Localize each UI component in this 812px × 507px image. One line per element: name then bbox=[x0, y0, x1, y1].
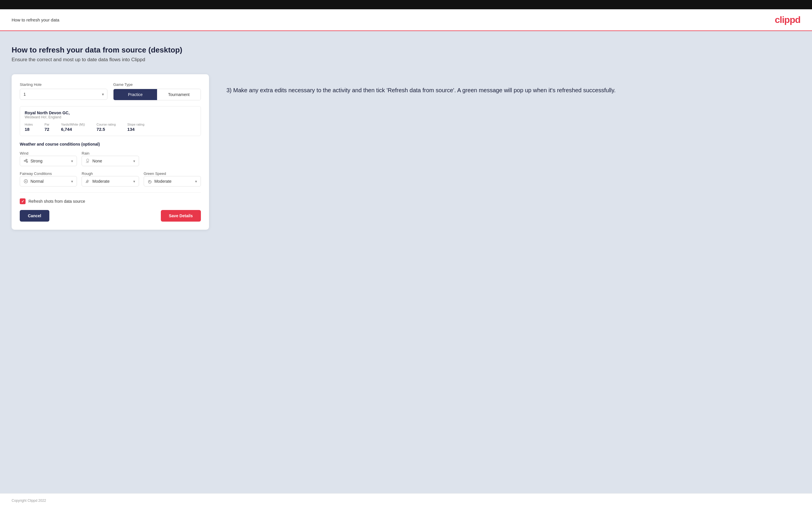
divider bbox=[20, 192, 201, 192]
wind-icon bbox=[23, 159, 28, 163]
tournament-button[interactable]: Tournament bbox=[157, 89, 201, 100]
header: How to refresh your data clippd bbox=[0, 9, 812, 31]
main-content: How to refresh your data from source (de… bbox=[0, 31, 812, 493]
rain-chevron-icon: ▾ bbox=[133, 159, 135, 163]
course-stat-course-rating: Course rating 72.5 bbox=[97, 123, 116, 132]
green-speed-select[interactable]: Moderate ▾ bbox=[144, 176, 201, 186]
wind-rain-row: Wind Strong ▾ Rain bbox=[20, 151, 201, 166]
starting-hole-label: Starting Hole bbox=[20, 82, 107, 87]
green-speed-col: Green Speed Moderate ▾ bbox=[144, 171, 201, 186]
course-stat-holes: Holes 18 bbox=[25, 123, 33, 132]
footer-copyright: Copyright Clippd 2022 bbox=[12, 499, 46, 503]
practice-button[interactable]: Practice bbox=[113, 89, 157, 100]
course-stat-par: Par 72 bbox=[44, 123, 49, 132]
rough-icon bbox=[85, 179, 90, 184]
green-speed-value: Moderate bbox=[154, 179, 171, 184]
rain-value: None bbox=[92, 159, 102, 163]
page-heading: How to refresh your data from source (de… bbox=[12, 46, 800, 55]
slope-label: Slope rating bbox=[128, 123, 145, 126]
game-type-group: Game Type Practice Tournament bbox=[113, 82, 201, 100]
starting-hole-wrapper[interactable]: 1 10 bbox=[20, 89, 107, 100]
svg-point-2 bbox=[25, 181, 27, 182]
rain-icon bbox=[85, 159, 90, 163]
fairway-select[interactable]: Normal ▾ bbox=[20, 176, 77, 186]
rough-select[interactable]: Moderate ▾ bbox=[82, 176, 139, 186]
svg-point-0 bbox=[87, 159, 89, 161]
action-row: Cancel Save Details bbox=[20, 210, 201, 222]
rough-col: Rough Moderate ▾ bbox=[82, 171, 139, 186]
fairway-icon bbox=[23, 179, 28, 184]
wind-chevron-icon: ▾ bbox=[71, 159, 73, 163]
sidebar-description: 3) Make any extra edits necessary to the… bbox=[226, 86, 800, 95]
course-rating-value: 72.5 bbox=[97, 127, 116, 132]
rain-select[interactable]: None ▾ bbox=[82, 156, 139, 166]
rough-label: Rough bbox=[82, 171, 93, 176]
par-value: 72 bbox=[44, 127, 49, 132]
footer: Copyright Clippd 2022 bbox=[0, 493, 812, 507]
course-name: Royal North Devon GC, bbox=[25, 111, 196, 115]
logo: clippd bbox=[775, 14, 800, 25]
sidebar-text: 3) Make any extra edits necessary to the… bbox=[226, 74, 800, 95]
top-form-row: Starting Hole 1 10 Game Type Practice To… bbox=[20, 82, 201, 100]
rain-col: Rain None ▾ bbox=[82, 151, 139, 166]
refresh-checkbox-row[interactable]: ✓ Refresh shots from data source bbox=[20, 199, 201, 204]
page-subheading: Ensure the correct and most up to date d… bbox=[12, 57, 800, 63]
cancel-button[interactable]: Cancel bbox=[20, 210, 49, 222]
content-area: Starting Hole 1 10 Game Type Practice To… bbox=[12, 74, 800, 230]
rough-chevron-icon: ▾ bbox=[133, 179, 135, 184]
wind-label: Wind bbox=[20, 151, 29, 156]
wind-value: Strong bbox=[31, 159, 42, 163]
weather-section-title: Weather and course conditions (optional) bbox=[20, 142, 201, 147]
conditions-row: Fairway Conditions Normal ▾ Rough bbox=[20, 171, 201, 186]
check-icon: ✓ bbox=[21, 199, 24, 204]
form-panel: Starting Hole 1 10 Game Type Practice To… bbox=[12, 74, 209, 230]
game-type-toggle: Practice Tournament bbox=[113, 89, 201, 100]
green-speed-chevron-icon: ▾ bbox=[195, 179, 197, 184]
starting-hole-select[interactable]: 1 10 bbox=[20, 89, 107, 100]
wind-col: Wind Strong ▾ bbox=[20, 151, 77, 166]
starting-hole-group: Starting Hole 1 10 bbox=[20, 82, 107, 100]
fairway-label: Fairway Conditions bbox=[20, 171, 52, 176]
green-speed-icon bbox=[148, 179, 152, 184]
par-label: Par bbox=[44, 123, 49, 126]
yards-value: 6,744 bbox=[61, 127, 85, 132]
green-speed-label: Green Speed bbox=[144, 171, 166, 176]
course-location: Westward Ho!, England bbox=[25, 115, 196, 119]
course-stats: Holes 18 Par 72 Yards/White (M)) 6,744 C… bbox=[25, 123, 196, 132]
slope-value: 134 bbox=[128, 127, 145, 132]
game-type-label: Game Type bbox=[113, 82, 201, 87]
refresh-checkbox-label: Refresh shots from data source bbox=[29, 199, 85, 204]
header-title: How to refresh your data bbox=[12, 17, 59, 22]
holes-label: Holes bbox=[25, 123, 33, 126]
course-rating-label: Course rating bbox=[97, 123, 116, 126]
course-card: Royal North Devon GC, Westward Ho!, Engl… bbox=[20, 106, 201, 136]
yards-label: Yards/White (M)) bbox=[61, 123, 85, 126]
save-button[interactable]: Save Details bbox=[161, 210, 201, 222]
fairway-value: Normal bbox=[31, 179, 44, 184]
fairway-chevron-icon: ▾ bbox=[71, 179, 73, 184]
rough-value: Moderate bbox=[92, 179, 109, 184]
rain-label: Rain bbox=[82, 151, 89, 156]
course-stat-slope: Slope rating 134 bbox=[128, 123, 145, 132]
refresh-checkbox[interactable]: ✓ bbox=[20, 199, 26, 204]
fairway-col: Fairway Conditions Normal ▾ bbox=[20, 171, 77, 186]
holes-value: 18 bbox=[25, 127, 33, 132]
wind-select[interactable]: Strong ▾ bbox=[20, 156, 77, 166]
course-stat-yards: Yards/White (M)) 6,744 bbox=[61, 123, 85, 132]
top-bar bbox=[0, 0, 812, 9]
